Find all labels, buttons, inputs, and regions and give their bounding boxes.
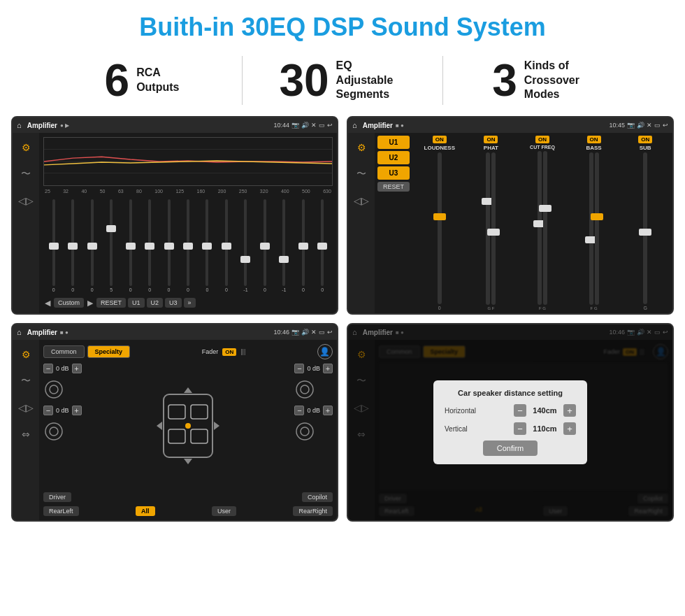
u-buttons: U1 U2 U3 RESET	[377, 136, 412, 310]
stat-crossover-text: Kinds ofCrossover Modes	[524, 59, 594, 102]
db-plus-left-1[interactable]: +	[72, 364, 82, 373]
db-plus-left-2[interactable]: +	[72, 406, 82, 415]
slider-loudness[interactable]	[438, 152, 442, 304]
back-icon-2[interactable]: ↩	[663, 122, 668, 129]
slider-track-2[interactable]	[71, 199, 74, 286]
wave-icon-1[interactable]: 〜	[17, 165, 35, 183]
horizontal-label: Horizontal	[445, 407, 476, 415]
eq-main: 2532405063 80100125160200 25032040050063…	[39, 133, 337, 313]
more-button-1[interactable]: »	[184, 298, 196, 308]
slider-track-6[interactable]	[148, 199, 151, 286]
horizontal-controls: − 140cm +	[514, 404, 576, 417]
svg-point-7	[50, 427, 58, 436]
back-icon-1[interactable]: ↩	[327, 122, 333, 129]
home-icon-2[interactable]: ⌂	[352, 121, 357, 129]
slider-track-14[interactable]	[302, 199, 305, 286]
slider-val-8: 0	[187, 287, 189, 292]
user-button-3[interactable]: User	[212, 506, 236, 516]
slider-track-10[interactable]	[225, 199, 228, 286]
u1-button-1[interactable]: U1	[128, 298, 145, 308]
svg-rect-9	[168, 405, 185, 419]
slider-track-11[interactable]	[244, 199, 247, 286]
eq-icon-3[interactable]: ⚙	[17, 345, 35, 364]
slider-cutfreq-f[interactable]	[538, 151, 542, 305]
slider-track-9[interactable]	[206, 199, 208, 286]
db-minus-left-1[interactable]: −	[43, 364, 53, 373]
u1-select[interactable]: U1	[377, 136, 410, 149]
horizontal-plus[interactable]: +	[563, 404, 576, 417]
time-1: 10:44	[273, 122, 289, 129]
slider-sub[interactable]	[643, 152, 647, 304]
custom-preset-button[interactable]: Custom	[54, 298, 84, 308]
back-icon-3[interactable]: ↩	[327, 329, 333, 336]
slider-track-5[interactable]	[129, 199, 132, 286]
dialog-box: Car speaker distance setting Horizontal …	[433, 380, 587, 464]
vertical-plus[interactable]: +	[563, 422, 576, 435]
all-button-3[interactable]: All	[136, 506, 155, 516]
stats-row: 6 RCAOutputs 30 EQ AdjustableSegments 3 …	[0, 49, 685, 116]
slider-bass-g[interactable]	[595, 152, 599, 305]
u3-select[interactable]: U3	[377, 166, 410, 180]
reset-button-2[interactable]: RESET	[377, 182, 410, 192]
vol-icon-1[interactable]: ◁▷	[17, 192, 35, 210]
db-minus-left-2[interactable]: −	[43, 406, 53, 415]
prev-preset-button[interactable]: ◀	[43, 299, 52, 308]
slider-track-3[interactable]	[91, 199, 94, 286]
vertical-minus[interactable]: −	[514, 422, 526, 435]
dialog-overlay: Car speaker distance setting Horizontal …	[348, 324, 672, 520]
db-minus-right-1[interactable]: −	[294, 364, 304, 373]
driver-button-3[interactable]: Driver	[43, 492, 71, 502]
db-minus-right-2[interactable]: −	[294, 406, 304, 415]
slider-track-15[interactable]	[321, 199, 324, 286]
slider-bass-f[interactable]	[589, 152, 593, 305]
slider-track-13[interactable]	[282, 199, 285, 286]
channel-loudness: ON LOUDNESS 0	[415, 136, 464, 310]
vol-icon-2[interactable]: ◁▷	[352, 192, 370, 210]
slider-track-1[interactable]	[52, 199, 55, 286]
tab-common-3[interactable]: Common	[43, 345, 85, 358]
horizontal-minus[interactable]: −	[514, 404, 526, 417]
svg-rect-10	[191, 405, 208, 419]
slider-track-4[interactable]	[110, 199, 113, 286]
stat-eq-number: 30	[279, 58, 329, 103]
time-2: 10:45	[609, 122, 625, 129]
eq-icon-2[interactable]: ⚙	[352, 138, 370, 157]
svg-marker-16	[157, 422, 162, 430]
u3-button-1[interactable]: U3	[165, 298, 182, 308]
stat-rca: 6 RCAOutputs	[42, 58, 242, 103]
rearright-button-3[interactable]: RearRight	[293, 506, 333, 516]
dots-3: ■ ●	[60, 329, 68, 336]
arrows-icon-3[interactable]: ⇔	[17, 425, 35, 443]
wave-icon-2[interactable]: 〜	[352, 165, 370, 183]
settings-icon-3[interactable]: 👤	[317, 344, 333, 359]
reset-button-1[interactable]: RESET	[96, 298, 126, 308]
confirm-button[interactable]: Confirm	[483, 440, 538, 456]
home-icon-3[interactable]: ⌂	[17, 328, 22, 336]
slider-col-14: 0	[294, 199, 312, 292]
next-preset-button[interactable]: ▶	[86, 299, 94, 308]
svg-rect-11	[168, 429, 185, 443]
slider-col-15: 0	[314, 199, 331, 292]
slider-phat-f[interactable]	[491, 152, 496, 305]
slider-cutfreq-g[interactable]	[543, 151, 547, 305]
vol-icon-3[interactable]: ◁▷	[17, 399, 35, 417]
copilot-button-3[interactable]: Copilot	[302, 492, 333, 502]
db-plus-right-2[interactable]: +	[323, 406, 333, 415]
slider-track-8[interactable]	[187, 199, 189, 286]
slider-track-7[interactable]	[168, 199, 171, 286]
cutfreq-labels: F G	[539, 306, 546, 310]
on-badge-sub: ON	[638, 136, 652, 143]
stat-eq-text: EQ AdjustableSegments	[336, 59, 406, 102]
db-plus-right-1[interactable]: +	[323, 364, 333, 373]
fader-label: Fader	[202, 348, 219, 355]
slider-track-12[interactable]	[264, 199, 266, 286]
slider-val-10: 0	[225, 287, 228, 292]
u2-select[interactable]: U2	[377, 151, 410, 164]
eq-icon-1[interactable]: ⚙	[17, 138, 35, 157]
channels-row: ON LOUDNESS 0 ON PHAT	[415, 136, 670, 310]
u2-button-1[interactable]: U2	[147, 298, 164, 308]
rearleft-button-3[interactable]: RearLeft	[43, 506, 79, 516]
home-icon-1[interactable]: ⌂	[17, 121, 22, 129]
wave-icon-3[interactable]: 〜	[17, 372, 35, 390]
tab-specialty-3[interactable]: Specialty	[87, 345, 131, 358]
